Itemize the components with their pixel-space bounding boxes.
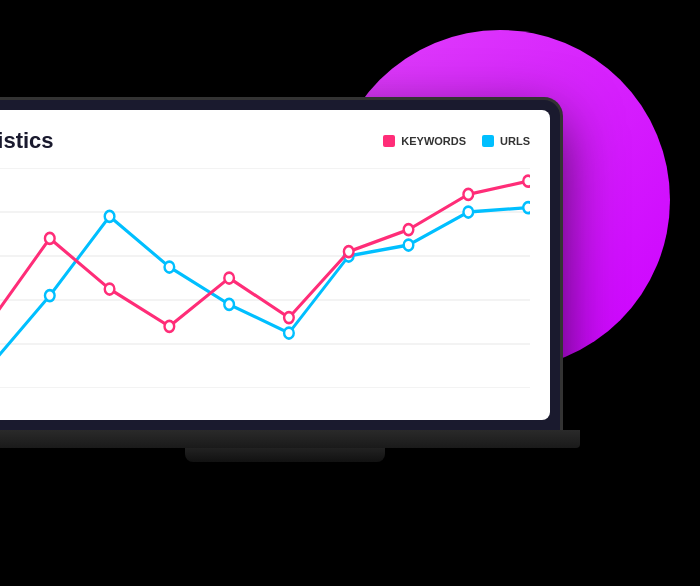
keywords-dot-8 xyxy=(463,189,473,200)
keywords-dot-2 xyxy=(105,284,115,295)
keywords-dot-7 xyxy=(404,224,414,235)
legend-urls-label: URLS xyxy=(500,135,530,147)
urls-dot-8 xyxy=(463,207,473,218)
urls-dot-2 xyxy=(105,211,115,222)
keywords-dot-6 xyxy=(344,246,354,257)
keywords-dot-1 xyxy=(45,233,55,244)
urls-dot-1 xyxy=(45,290,55,301)
chart-area: Mar Apr May Jun Jul Aug Sep Oct Nov Dec xyxy=(0,168,530,388)
legend-keywords-dot xyxy=(383,135,395,147)
keywords-line xyxy=(0,181,528,326)
laptop-stand xyxy=(185,448,385,462)
urls-dot-9 xyxy=(523,202,530,213)
urls-dot-4 xyxy=(224,299,234,310)
legend: KEYWORDS URLS xyxy=(383,135,530,147)
urls-dot-7 xyxy=(404,240,414,251)
chart-title: tistics xyxy=(0,128,54,154)
legend-keywords-label: KEYWORDS xyxy=(401,135,466,147)
laptop-screen-outer: tistics KEYWORDS URLS xyxy=(0,100,560,430)
chart-header: tistics KEYWORDS URLS xyxy=(0,128,530,154)
urls-line xyxy=(0,208,528,366)
legend-keywords: KEYWORDS xyxy=(383,135,466,147)
keywords-dot-9 xyxy=(523,176,530,187)
keywords-dot-4 xyxy=(224,273,234,284)
urls-dot-5 xyxy=(284,328,294,339)
laptop-base xyxy=(0,430,580,448)
legend-urls-dot xyxy=(482,135,494,147)
keywords-dot-5 xyxy=(284,312,294,323)
laptop-screen-inner: tistics KEYWORDS URLS xyxy=(0,110,550,420)
laptop-wrapper: tistics KEYWORDS URLS xyxy=(0,100,610,462)
chart-svg: Mar Apr May Jun Jul Aug Sep Oct Nov Dec xyxy=(0,168,530,388)
legend-urls: URLS xyxy=(482,135,530,147)
keywords-dot-3 xyxy=(165,321,175,332)
urls-dot-3 xyxy=(165,262,175,273)
